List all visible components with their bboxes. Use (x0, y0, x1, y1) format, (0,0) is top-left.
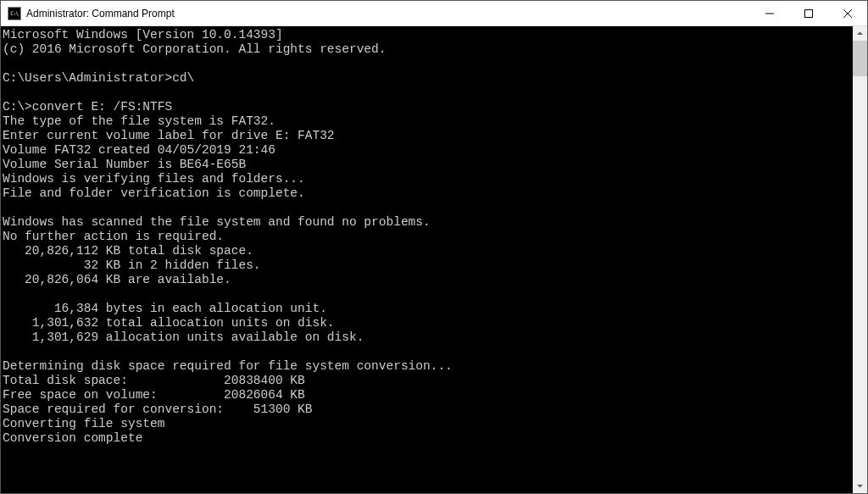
terminal-line (3, 287, 853, 302)
terminal-line: C:\Users\Administrator>cd\ (3, 71, 853, 86)
minimize-button[interactable] (750, 1, 789, 25)
terminal-line: The type of the file system is FAT32. (3, 114, 853, 129)
terminal-line: Conversion complete (3, 431, 853, 446)
cmd-icon: C:\ (8, 7, 21, 20)
terminal-line: Determining disk space required for file… (3, 359, 853, 374)
scroll-down-button[interactable] (853, 479, 867, 493)
terminal-line: File and folder verification is complete… (3, 186, 853, 201)
window-title: Administrator: Command Prompt (26, 8, 750, 19)
terminal-line: 20,826,064 KB are available. (3, 273, 853, 287)
scroll-up-button[interactable] (853, 26, 867, 41)
terminal-line: Windows is verifying files and folders..… (3, 172, 853, 186)
terminal-line: Converting file system (3, 417, 853, 431)
terminal-line (3, 86, 853, 100)
terminal-line: Volume FAT32 created 04/05/2019 21:46 (3, 143, 853, 158)
close-icon (843, 9, 852, 18)
terminal-line: 20,826,112 KB total disk space. (3, 244, 853, 258)
terminal-line: Volume Serial Number is BE64-E65B (3, 158, 853, 172)
close-button[interactable] (828, 1, 867, 25)
scroll-track[interactable] (853, 41, 867, 479)
terminal-line (3, 201, 853, 215)
chevron-up-icon (857, 31, 863, 36)
chevron-down-icon (857, 483, 863, 489)
terminal-line: C:\>convert E: /FS:NTFS (3, 100, 853, 114)
command-prompt-window: C:\ Administrator: Command Prompt Micros… (0, 0, 868, 494)
terminal-line: 1,301,629 allocation units available on … (3, 330, 853, 345)
terminal-line: Total disk space: 20838400 KB (3, 374, 853, 388)
terminal-output[interactable]: Microsoft Windows [Version 10.0.14393](c… (1, 26, 853, 493)
window-controls (750, 1, 867, 25)
terminal-line: 16,384 bytes in each allocation unit. (3, 302, 853, 316)
terminal-line (3, 345, 853, 359)
terminal-line: Free space on volume: 20826064 KB (3, 388, 853, 402)
terminal-line: 32 KB in 2 hidden files. (3, 258, 853, 273)
vertical-scrollbar[interactable] (853, 26, 867, 493)
terminal-line: Enter current volume label for drive E: … (3, 129, 853, 143)
terminal-line: Windows has scanned the file system and … (3, 215, 853, 230)
terminal-line: Space required for conversion: 51300 KB (3, 402, 853, 417)
svg-rect-1 (805, 9, 813, 17)
maximize-icon (804, 9, 813, 18)
terminal-area: Microsoft Windows [Version 10.0.14393](c… (1, 26, 867, 493)
terminal-line: No further action is required. (3, 230, 853, 244)
maximize-button[interactable] (789, 1, 828, 25)
terminal-line: (c) 2016 Microsoft Corporation. All righ… (3, 42, 853, 57)
titlebar[interactable]: C:\ Administrator: Command Prompt (1, 1, 867, 26)
minimize-icon (765, 9, 774, 18)
terminal-line (3, 57, 853, 71)
terminal-line: 1,301,632 total allocation units on disk… (3, 316, 853, 330)
scroll-thumb[interactable] (853, 41, 867, 76)
terminal-line: Microsoft Windows [Version 10.0.14393] (3, 28, 853, 42)
